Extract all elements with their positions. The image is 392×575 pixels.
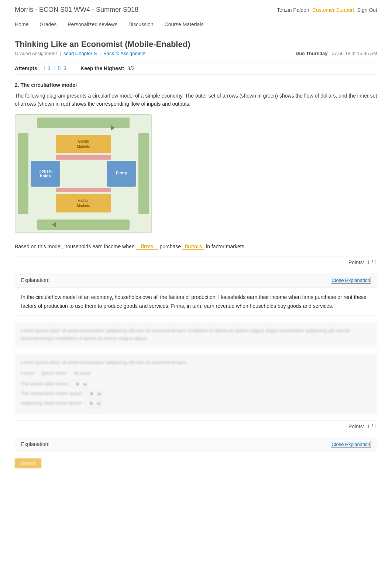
due-date: Due Thursday 07.56.18 at 15:45 AM	[296, 51, 377, 56]
svg-rect-17	[56, 188, 111, 192]
header-user: Tenzin Paldon	[277, 7, 309, 13]
nav-personalized-seviews[interactable]: Personalized seviews	[68, 20, 117, 29]
keep-highest-label: Keep the Highest:	[80, 65, 124, 71]
breadcrumb-link2[interactable]: Back to Assignment	[103, 51, 145, 56]
explanation-body-1: In the circularflow model of an economy,…	[15, 288, 377, 316]
nav-grades[interactable]: Grades	[39, 20, 56, 29]
svg-text:Firms: Firms	[116, 171, 127, 175]
attempt-current: 3	[63, 65, 66, 71]
points-label-2: Points:	[348, 423, 364, 429]
customer-support-link[interactable]: Customer Support	[312, 7, 354, 13]
question-number: 2. The circularflow model	[15, 82, 377, 88]
svg-rect-5	[56, 135, 111, 153]
breadcrumb-row: Graded Assignment | sead Chapter S | Bac…	[15, 51, 377, 56]
submit-area: Submit	[15, 458, 377, 468]
header: Morris - ECON S01 WW4 - Summer S018 Tenz…	[0, 0, 392, 32]
circular-flow-diagram: Goods Markets Factor Markets House- hold…	[15, 114, 151, 232]
answer-prefix: Based on this model, households earn inc…	[15, 244, 135, 249]
blank-firms: firms	[136, 244, 158, 250]
explanation-label-1: Explanation:	[21, 277, 49, 283]
close-explanation-btn-2[interactable]: Close Explanation	[331, 441, 371, 448]
header-nav: Tenzin Paldon Customer Support Sign Out	[277, 7, 377, 13]
blank-factors: factors	[182, 244, 204, 250]
points-label-1: Points:	[348, 259, 364, 265]
svg-text:holds: holds	[40, 174, 51, 178]
explanation-label-2: Explanation:	[21, 441, 49, 447]
diagram-svg: Goods Markets Factor Markets House- hold…	[15, 115, 152, 233]
assignment-title: Thinking Like an Economist (Mobile-Enabl…	[15, 40, 377, 49]
points-value-1: 1 / 1	[367, 259, 377, 265]
svg-rect-4	[138, 133, 149, 214]
svg-rect-16	[56, 155, 111, 160]
svg-text:Markets: Markets	[77, 204, 90, 208]
blurred-question-3: Lorem ipsum dolor sit amet consectetur a…	[15, 354, 377, 414]
svg-text:Factor: Factor	[78, 198, 89, 203]
due-date-label: Due Thursday	[296, 51, 328, 56]
nav-home[interactable]: Home	[15, 20, 28, 29]
keep-highest-value: 3/3	[127, 65, 134, 71]
due-date-value: 07.56.18 at 15:45 AM	[331, 51, 377, 56]
points-row-1: Points: 1 / 1	[15, 256, 377, 268]
explanation-section-2: Explanation: Close Explanation	[15, 437, 377, 452]
answer-suffix: in factor markets.	[206, 244, 245, 249]
page-content: Thinking Like an Economist (Mobile-Enabl…	[0, 32, 392, 483]
breadcrumb-prefix: Graded Assignment	[15, 51, 57, 56]
explanation-header-1: Explanation: Close Explanation	[15, 273, 377, 288]
svg-rect-3	[18, 133, 28, 214]
page-title: Morris - ECON S01 WW4 - Summer S018	[15, 6, 138, 14]
attempt-link-2[interactable]: 1.5	[54, 65, 61, 71]
question-description: The following diagram presents a circula…	[15, 92, 377, 108]
explanation-section-1: Explanation: Close Explanation In the ci…	[15, 273, 377, 316]
points-value-2: 1 / 1	[367, 423, 377, 429]
close-explanation-btn-1[interactable]: Close Explanation	[331, 277, 371, 284]
answer-middle: purchase	[160, 244, 181, 249]
attempts-row: Attempts: 1.3 1.5 3 Keep the Highest: 3/…	[15, 62, 377, 75]
attempts-label: Attempts:	[15, 65, 39, 71]
breadcrumb-link1[interactable]: sead Chapter S	[63, 51, 97, 56]
svg-rect-1	[37, 118, 130, 128]
attempt-link-1[interactable]: 1.3	[43, 65, 50, 71]
breadcrumb: Graded Assignment | sead Chapter S | Bac…	[15, 51, 145, 56]
svg-rect-8	[56, 194, 111, 212]
svg-text:House-: House-	[38, 169, 52, 173]
header-top: Morris - ECON S01 WW4 - Summer S018 Tenz…	[15, 0, 377, 17]
nav-course-materials[interactable]: Course Materials	[165, 20, 204, 29]
svg-rect-2	[37, 220, 130, 230]
points-row-2: Points: 1 / 1	[15, 420, 377, 432]
question-section: 2. The circularflow model The following …	[15, 82, 377, 468]
answer-line: Based on this model, households earn inc…	[15, 244, 377, 250]
svg-text:Goods: Goods	[78, 139, 89, 143]
blurred-question-2: Lorem ipsum dolor sit amet consectetur a…	[15, 322, 377, 348]
svg-text:Markets: Markets	[77, 144, 90, 149]
nav-bar: Home Grades Personalized seviews Discuss…	[15, 17, 377, 32]
submit-button[interactable]: Submit	[15, 458, 41, 468]
explanation-header-2: Explanation: Close Explanation	[15, 437, 377, 452]
sign-out-link[interactable]: Sign Out	[357, 7, 377, 13]
nav-discussion[interactable]: Discussion	[128, 20, 154, 29]
